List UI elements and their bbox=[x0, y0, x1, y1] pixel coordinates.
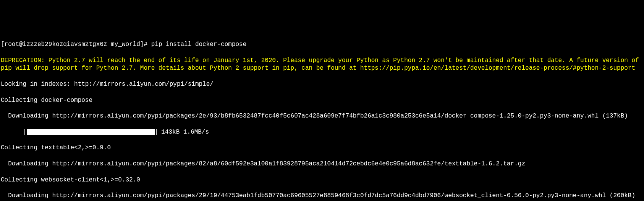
downloading-texttable: Downloading http://mirrors.aliyun.com/py… bbox=[1, 160, 643, 168]
collecting-docker-compose: Collecting docker-compose bbox=[1, 96, 643, 105]
downloading-websocket: Downloading http://mirrors.aliyun.com/py… bbox=[1, 192, 643, 200]
shell-prompt: [root@iz2zeb29kozqiavsm2tgx6z my_world]# bbox=[1, 41, 151, 48]
progress-stats-1: 143kB 1.6MB/s bbox=[161, 129, 209, 136]
deprecation-warning: DEPRECATION: Python 2.7 will reach the e… bbox=[1, 57, 643, 73]
looking-indexes: Looking in indexes: http://mirrors.aliyu… bbox=[1, 80, 643, 88]
progress-fill-icon bbox=[27, 129, 155, 135]
downloading-docker-compose: Downloading http://mirrors.aliyun.com/py… bbox=[1, 112, 643, 120]
progress-bar-1: ||143kB 1.6MB/s bbox=[1, 128, 643, 136]
prompt-line: [root@iz2zeb29kozqiavsm2tgx6z my_world]#… bbox=[1, 41, 643, 49]
collecting-websocket: Collecting websocket-client<1,>=0.32.0 bbox=[1, 176, 643, 184]
command-text: pip install docker-compose bbox=[151, 41, 247, 48]
terminal-output: [root@iz2zeb29kozqiavsm2tgx6z my_world]#… bbox=[1, 33, 643, 201]
collecting-texttable: Collecting texttable<2,>=0.9.0 bbox=[1, 144, 643, 152]
